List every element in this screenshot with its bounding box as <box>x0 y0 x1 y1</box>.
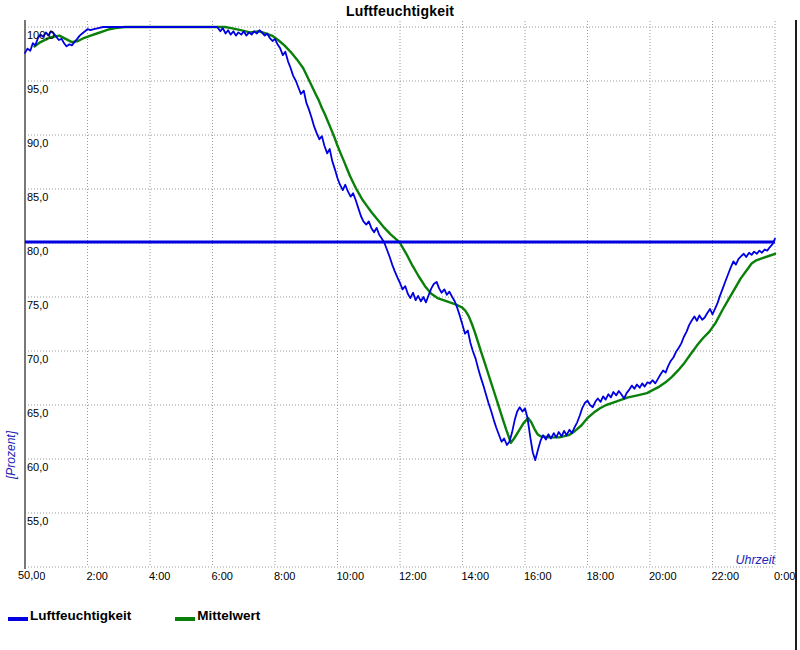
legend-item-mittelwert: Mittelwert <box>175 608 260 623</box>
y-axis-title: [Prozent] <box>4 380 18 530</box>
legend-label: Mittelwert <box>197 608 260 623</box>
chart-legend: Luftfeuchtigkeit Mittelwert <box>8 608 260 623</box>
legend-label: Luftfeuchtigkeit <box>30 608 131 623</box>
legend-swatch-line-icon <box>175 617 195 621</box>
x-axis-title: Uhrzeit <box>575 553 775 567</box>
series-line-mittelwert <box>34 27 775 443</box>
legend-swatch-line-icon <box>8 617 28 621</box>
humidity-chart-page: Luftfeuchtigkeit 0:002:004:006:008:0010:… <box>0 0 800 650</box>
legend-item-luftfeuchtigkeit: Luftfeuchtigkeit <box>8 608 131 623</box>
